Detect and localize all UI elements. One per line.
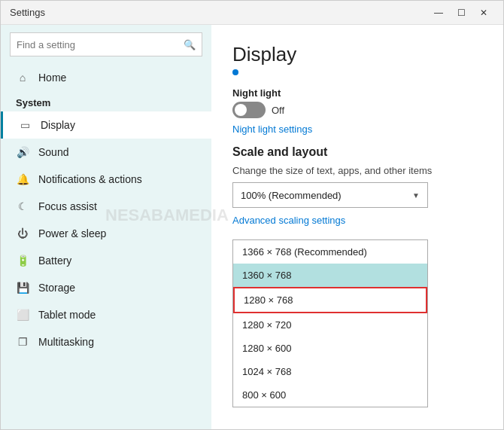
toggle-knob xyxy=(235,104,247,116)
night-light-section: Night light Off xyxy=(232,87,482,118)
maximize-button[interactable]: ☐ xyxy=(451,4,472,22)
search-icon: 🔍 xyxy=(184,39,196,50)
sidebar-item-display[interactable]: ▭ Display xyxy=(1,111,211,139)
advanced-scaling-link[interactable]: Advanced scaling settings xyxy=(232,215,345,226)
sidebar-item-sound[interactable]: 🔊 Sound xyxy=(1,139,211,166)
resolution-item-4[interactable]: 1280 × 600 xyxy=(233,337,427,360)
resolution-item-3[interactable]: 1280 × 720 xyxy=(233,313,427,337)
window-controls: — ☐ ✕ xyxy=(428,4,494,22)
window-content: 🔍 ⌂ Home System ▭ Display 🔊 Sound 🔔 xyxy=(1,25,503,429)
resolution-label-2: 1280 × 768 xyxy=(244,294,293,306)
tablet-icon: ⬜ xyxy=(16,309,29,321)
night-light-state: Off xyxy=(272,105,284,116)
sidebar: 🔍 ⌂ Home System ▭ Display 🔊 Sound 🔔 xyxy=(1,25,211,429)
sidebar-item-tablet[interactable]: ⬜ Tablet mode xyxy=(1,301,211,328)
page-title: Display xyxy=(232,43,482,66)
sound-icon: 🔊 xyxy=(16,146,29,158)
scale-dropdown-value: 100% (Recommended) xyxy=(241,190,342,201)
resolution-item-5[interactable]: 1024 × 768 xyxy=(233,360,427,383)
sidebar-item-sound-label: Sound xyxy=(38,146,68,158)
resolution-label-1: 1360 × 768 xyxy=(242,270,291,281)
watermark: NESABAMEDIA xyxy=(211,206,229,225)
sidebar-item-notifications[interactable]: 🔔 Notifications & actions xyxy=(1,166,211,193)
scale-section-subtext: Change the size of text, apps, and other… xyxy=(232,165,482,176)
title-bar: Settings — ☐ ✕ xyxy=(1,1,503,25)
sidebar-item-home-label: Home xyxy=(38,72,66,84)
resolution-label-0: 1366 × 768 (Recommended) xyxy=(242,246,367,258)
sidebar-item-focus-label: Focus assist xyxy=(38,200,97,212)
resolution-label-5: 1024 × 768 xyxy=(242,366,291,377)
sidebar-section-label: System xyxy=(1,91,211,111)
main-content: Display Night light Off Night light sett… xyxy=(211,25,503,429)
notifications-icon: 🔔 xyxy=(16,173,29,185)
sidebar-item-storage[interactable]: 💾 Storage xyxy=(1,274,211,301)
settings-window: Settings — ☐ ✕ 🔍 ⌂ Home System ▭ xyxy=(0,0,504,430)
sidebar-item-notifications-label: Notifications & actions xyxy=(38,173,142,185)
power-icon: ⏻ xyxy=(16,227,29,239)
night-light-toggle-row: Off xyxy=(232,102,482,118)
sidebar-item-focus[interactable]: ☾ Focus assist xyxy=(1,193,211,220)
multitasking-icon: ❐ xyxy=(16,336,29,348)
sidebar-item-multitasking-label: Multitasking xyxy=(38,336,94,348)
search-input[interactable] xyxy=(17,39,184,50)
focus-icon: ☾ xyxy=(16,200,29,212)
sidebar-item-storage-label: Storage xyxy=(38,282,75,294)
sidebar-item-power[interactable]: ⏻ Power & sleep xyxy=(1,220,211,247)
close-button[interactable]: ✕ xyxy=(473,4,494,22)
resolution-label-6: 800 × 600 xyxy=(242,389,286,401)
storage-icon: 💾 xyxy=(16,282,29,294)
window-title: Settings xyxy=(10,7,45,18)
sidebar-item-multitasking[interactable]: ❐ Multitasking xyxy=(1,328,211,355)
scale-dropdown-wrapper: 100% (Recommended) ▼ xyxy=(232,182,482,208)
resolution-label-3: 1280 × 720 xyxy=(242,319,291,331)
sidebar-item-home[interactable]: ⌂ Home xyxy=(1,64,211,91)
scale-section-heading: Scale and layout xyxy=(232,145,482,159)
dropdown-arrow-icon: ▼ xyxy=(412,191,420,200)
resolution-item-0[interactable]: 1366 × 768 (Recommended) xyxy=(233,240,427,264)
sidebar-item-battery-label: Battery xyxy=(38,255,71,267)
resolution-item-2[interactable]: 1280 × 768 xyxy=(233,287,427,313)
sidebar-item-power-label: Power & sleep xyxy=(38,227,106,239)
resolution-item-6[interactable]: 800 × 600 xyxy=(233,383,427,407)
title-dot xyxy=(232,69,238,75)
display-icon: ▭ xyxy=(18,119,32,131)
resolution-list: 1366 × 768 (Recommended) 1360 × 768 1280… xyxy=(232,239,428,407)
sidebar-item-tablet-label: Tablet mode xyxy=(38,309,96,321)
night-light-settings-link[interactable]: Night light settings xyxy=(232,124,312,135)
search-bar[interactable]: 🔍 xyxy=(10,32,202,56)
resolution-item-1[interactable]: 1360 × 768 xyxy=(233,264,427,287)
resolution-label-4: 1280 × 600 xyxy=(242,343,291,354)
sidebar-item-display-label: Display xyxy=(41,119,75,131)
night-light-label: Night light xyxy=(232,87,482,99)
night-light-toggle[interactable] xyxy=(232,102,266,118)
scale-dropdown[interactable]: 100% (Recommended) ▼ xyxy=(232,182,428,208)
minimize-button[interactable]: — xyxy=(428,4,449,22)
home-icon: ⌂ xyxy=(16,72,29,84)
sidebar-item-battery[interactable]: 🔋 Battery xyxy=(1,247,211,274)
battery-icon: 🔋 xyxy=(16,255,29,267)
